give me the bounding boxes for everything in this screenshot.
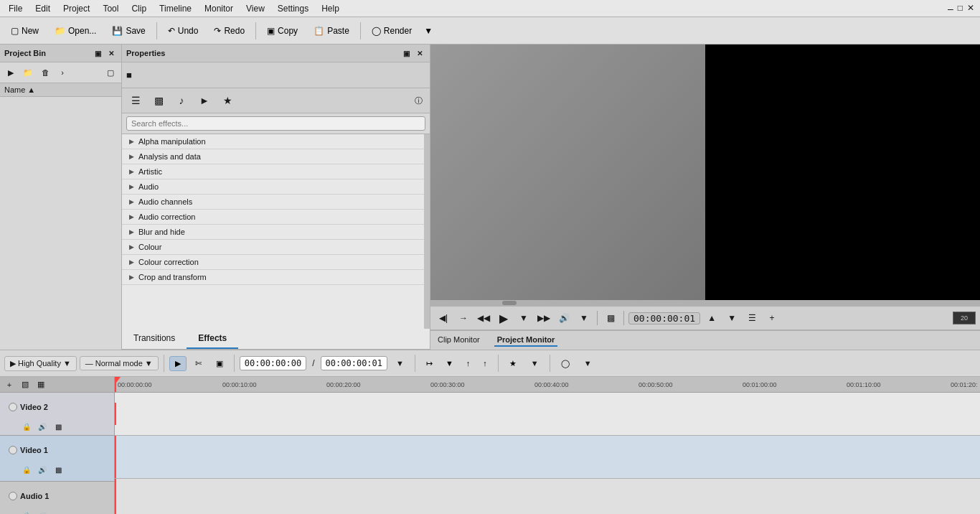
guide-dropdown-icon[interactable]: ▼ xyxy=(578,356,598,370)
zone-icon[interactable]: ▩ xyxy=(602,309,619,327)
monitor-add-icon[interactable]: + xyxy=(763,309,781,327)
monitor-scroll[interactable] xyxy=(430,300,980,306)
track-audio1-lock-icon[interactable]: 🔒 xyxy=(20,509,33,514)
track-video1-composite-icon[interactable]: ▩ xyxy=(52,463,65,476)
tab-effects[interactable]: Effects xyxy=(187,329,238,349)
track-audio1-mute-icon[interactable]: 🔊 xyxy=(36,509,49,514)
effects-cat-crop[interactable]: ▶ Crop and transform xyxy=(122,270,424,285)
add-clip-icon[interactable]: ▶ xyxy=(3,65,19,80)
quality-dropdown[interactable]: ▶ High Quality ▼ xyxy=(4,356,77,371)
render-dropdown[interactable]: ▼ xyxy=(421,22,435,39)
save-button[interactable]: 💾 Save xyxy=(105,22,151,39)
time-dropdown-icon[interactable]: ▼ xyxy=(390,356,410,370)
menu-view[interactable]: View xyxy=(240,2,270,15)
monitor-settings-icon[interactable]: ☰ xyxy=(743,309,760,327)
step-back-icon[interactable]: → xyxy=(455,309,472,327)
guide-button[interactable]: ◯ xyxy=(555,356,575,371)
marker-dropdown-icon[interactable]: ▼ xyxy=(525,356,545,370)
track-video1-content[interactable] xyxy=(115,436,980,479)
panel-preview-toggle[interactable]: ▢ xyxy=(103,65,118,80)
fast-forward-icon[interactable]: ▶▶ xyxy=(535,309,552,327)
volume-dropdown-icon[interactable]: ▼ xyxy=(575,309,593,327)
menu-help[interactable]: Help xyxy=(316,2,345,15)
panel-float-icon[interactable]: ▣ xyxy=(92,47,103,59)
menu-project[interactable]: Project xyxy=(57,2,95,15)
effects-cat-colour[interactable]: ▶ Colour xyxy=(122,240,424,255)
tab-clip-monitor[interactable]: Clip Monitor xyxy=(435,334,483,347)
effects-keyframe-icon[interactable]: ▩ xyxy=(149,91,168,110)
menu-settings[interactable]: Settings xyxy=(272,2,314,15)
play-dropdown-icon[interactable]: ▼ xyxy=(515,309,532,327)
effects-audio-icon[interactable]: ♪ xyxy=(172,91,191,110)
effects-cat-colour-correction[interactable]: ▶ Colour correction xyxy=(122,255,424,270)
effects-motion-icon[interactable]: ► xyxy=(195,91,214,110)
add-folder-icon[interactable]: 📁 xyxy=(20,65,36,80)
track-video2-lock-icon[interactable]: 🔒 xyxy=(20,420,33,433)
track-video1-radio[interactable] xyxy=(9,446,17,454)
menu-clip[interactable]: Clip xyxy=(126,2,152,15)
add-marker-button[interactable]: ★ xyxy=(504,356,522,371)
effects-scrollbar[interactable] xyxy=(424,134,430,329)
open-button[interactable]: 📁 Open... xyxy=(48,22,103,39)
cut-tool-button[interactable]: ✄ xyxy=(189,356,207,371)
delete-clip-icon[interactable]: 🗑 xyxy=(37,65,53,80)
mode-dropdown[interactable]: — Normal mode ▼ xyxy=(80,356,159,370)
new-button[interactable]: ▢ New xyxy=(4,22,45,39)
menu-timeline[interactable]: Timeline xyxy=(154,2,197,15)
effects-list-icon[interactable]: ☰ xyxy=(126,91,145,110)
volume-icon[interactable]: 🔊 xyxy=(555,309,573,327)
properties-close-icon[interactable]: ✕ xyxy=(414,47,425,59)
track-audio1-content[interactable] xyxy=(115,479,980,514)
effects-cat-alpha[interactable]: ▶ Alpha manipulation xyxy=(122,134,424,149)
close-icon[interactable]: ✕ xyxy=(967,3,974,14)
effects-cat-audio[interactable]: ▶ Audio xyxy=(122,179,424,195)
spacer-tool-button[interactable]: ▣ xyxy=(210,356,229,371)
track-video1-mute-icon[interactable]: 🔊 xyxy=(36,463,49,476)
insert-clip-button[interactable]: ↦ xyxy=(420,356,438,371)
paste-button[interactable]: 📋 Paste xyxy=(307,22,356,39)
timeline-resize-icon[interactable]: ▧ xyxy=(19,378,32,391)
effects-search-input[interactable] xyxy=(126,116,425,131)
effects-star-icon[interactable]: ★ xyxy=(218,91,237,110)
timeline-add-track-icon[interactable]: + xyxy=(3,378,16,391)
more-options-icon[interactable]: › xyxy=(55,65,70,80)
track-video2-content[interactable] xyxy=(115,393,980,436)
time-down-icon[interactable]: ▼ xyxy=(723,309,740,327)
effects-cat-artistic[interactable]: ▶ Artistic xyxy=(122,164,424,179)
effects-cat-analysis[interactable]: ▶ Analysis and data xyxy=(122,149,424,164)
monitor-scroll-thumb[interactable] xyxy=(502,301,517,305)
minimize-icon[interactable]: – xyxy=(948,3,953,14)
menu-tool[interactable]: Tool xyxy=(97,2,124,15)
tab-project-monitor[interactable]: Project Monitor xyxy=(494,334,558,347)
effects-cat-audio-channels[interactable]: ▶ Audio channels xyxy=(122,195,424,210)
track-video2-composite-icon[interactable]: ▩ xyxy=(52,420,65,433)
timeline-fit-icon[interactable]: ▦ xyxy=(34,378,47,391)
redo-button[interactable]: ↷ Redo xyxy=(207,22,251,39)
play-icon[interactable]: ▶ xyxy=(495,309,512,327)
render-button[interactable]: ◯ Render xyxy=(365,22,418,39)
track-video2-mute-icon[interactable]: 🔊 xyxy=(36,420,49,433)
track-video1-lock-icon[interactable]: 🔒 xyxy=(20,463,33,476)
name-column-header[interactable]: Name ▲ xyxy=(4,85,35,94)
extract-button[interactable]: ↑ xyxy=(477,356,493,371)
undo-button[interactable]: ↶ Undo xyxy=(161,22,205,39)
copy-button[interactable]: ▣ Copy xyxy=(260,22,304,39)
maximize-icon[interactable]: □ xyxy=(958,3,963,14)
effects-info-icon[interactable]: ⓘ xyxy=(411,93,425,108)
tab-transitions[interactable]: Transitions xyxy=(122,329,187,349)
track-video2-radio[interactable] xyxy=(9,403,17,411)
select-tool-button[interactable]: ▶ xyxy=(169,356,187,371)
panel-close-icon[interactable]: ✕ xyxy=(105,47,117,59)
rewind-icon[interactable]: ◀◀ xyxy=(475,309,492,327)
menu-edit[interactable]: Edit xyxy=(29,2,56,15)
go-to-start-icon[interactable]: ◀| xyxy=(435,309,452,327)
lift-button[interactable]: ↑ xyxy=(461,356,476,371)
overwrite-button[interactable]: ▼ xyxy=(440,356,459,371)
menu-file[interactable]: File xyxy=(3,2,28,15)
time-up-icon[interactable]: ▲ xyxy=(703,309,720,327)
track-audio1-radio[interactable] xyxy=(9,492,17,500)
effects-cat-audio-correction[interactable]: ▶ Audio correction xyxy=(122,210,424,225)
menu-monitor[interactable]: Monitor xyxy=(199,2,239,15)
effects-cat-blur[interactable]: ▶ Blur and hide xyxy=(122,225,424,240)
properties-float-icon[interactable]: ▣ xyxy=(400,47,412,59)
